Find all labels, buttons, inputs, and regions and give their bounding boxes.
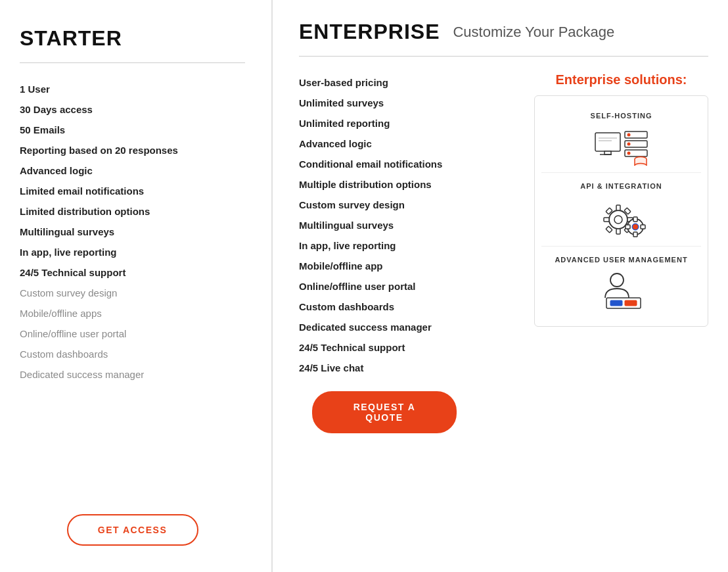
self-hosting-label: SELF-HOSTING [591,112,652,120]
enterprise-divider [299,56,708,57]
enterprise-feature-item: Custom survey design [299,195,521,215]
enterprise-feature-item: Mobile/offline app [299,256,521,276]
solution-self-hosting: SELF-HOSTING [541,103,701,173]
solutions-title: Enterprise solutions: [534,72,708,87]
svg-rect-24 [606,226,612,233]
starter-feature-item: Limited email notifications [20,181,245,201]
self-hosting-icon [592,126,651,166]
svg-rect-19 [616,229,620,234]
svg-point-32 [633,224,638,229]
starter-feature-item: 30 Days access [20,99,245,120]
svg-point-17 [614,216,622,224]
svg-point-8 [627,143,630,146]
enterprise-feature-item: Dedicated success manager [299,317,521,337]
api-label: API & INTEGRATION [580,182,662,190]
user-mgmt-label: ADVANCED USER MANAGEMENT [555,256,687,264]
svg-rect-18 [616,205,620,210]
user-mgmt-icon [592,270,651,313]
starter-feature-item: Multilingual surveys [20,222,245,242]
starter-title: STARTER [20,26,245,51]
get-access-button[interactable]: GET ACCESS [67,514,198,546]
request-quote-button[interactable]: REQUEST A QUOTE [312,391,457,433]
starter-feature-item: Limited distribution options [20,201,245,222]
enterprise-feature-item: User-based pricing [299,72,521,93]
enterprise-header: ENTERPRISE Customize Your Package [299,20,708,44]
starter-feature-item: Reporting based on 20 responses [20,140,245,160]
starter-feature-item: Custom dashboards [20,344,245,364]
starter-feature-list: 1 User30 Days access50 EmailsReporting b… [20,79,245,481]
enterprise-feature-item: Unlimited surveys [299,93,521,113]
svg-rect-36 [625,300,637,306]
starter-feature-item: Mobile/offline apps [20,303,245,323]
api-icon [592,197,651,239]
enterprise-features-container: User-based pricingUnlimited surveysUnlim… [299,72,521,552]
starter-feature-item: 50 Emails [20,120,245,140]
solutions-card: SELF-HOSTING [534,95,708,327]
enterprise-feature-item: Multiple distribution options [299,174,521,195]
enterprise-feature-item: 24/5 Technical support [299,337,521,358]
svg-rect-31 [641,225,645,229]
svg-rect-29 [633,232,637,237]
svg-point-10 [627,152,630,155]
svg-rect-20 [604,218,609,222]
enterprise-body: User-based pricingUnlimited surveysUnlim… [299,72,708,552]
enterprise-feature-item: Unlimited reporting [299,113,521,133]
starter-feature-item: Custom survey design [20,283,245,303]
starter-bottom: GET ACCESS [20,494,245,546]
solution-user-mgmt: ADVANCED USER MANAGEMENT [541,247,701,320]
enterprise-feature-item: Custom dashboards [299,297,521,317]
starter-divider [20,62,245,63]
enterprise-bottom: REQUEST A QUOTE [299,391,521,433]
svg-rect-30 [626,225,630,229]
enterprise-feature-item: Online/offline user portal [299,276,521,297]
enterprise-feature-item: 24/5 Live chat [299,358,521,378]
solution-api: API & INTEGRATION [541,173,701,247]
enterprise-title: ENTERPRISE [299,20,440,44]
starter-panel: STARTER 1 User30 Days access50 EmailsRep… [0,0,273,572]
enterprise-feature-list: User-based pricingUnlimited surveysUnlim… [299,72,521,378]
starter-feature-item: In app, live reporting [20,242,245,262]
enterprise-feature-item: Conditional email notifications [299,154,521,174]
enterprise-solutions: Enterprise solutions: SELF-HOSTING [534,72,708,552]
svg-point-15 [635,164,647,166]
starter-feature-item: Advanced logic [20,160,245,181]
starter-feature-item: Online/offline user portal [20,323,245,344]
enterprise-feature-item: Advanced logic [299,133,521,154]
starter-feature-item: Dedicated success manager [20,364,245,385]
starter-feature-item: 1 User [20,79,245,99]
svg-rect-35 [610,300,622,306]
svg-rect-28 [633,217,637,222]
enterprise-feature-item: In app, live reporting [299,235,521,256]
svg-point-33 [610,274,624,287]
enterprise-panel: ENTERPRISE Customize Your Package User-b… [273,0,728,572]
enterprise-feature-item: Multilingual surveys [299,215,521,235]
enterprise-subtitle: Customize Your Package [453,24,614,41]
starter-feature-item: 24/5 Technical support [20,262,245,283]
svg-rect-0 [595,133,620,151]
svg-point-6 [627,133,630,137]
